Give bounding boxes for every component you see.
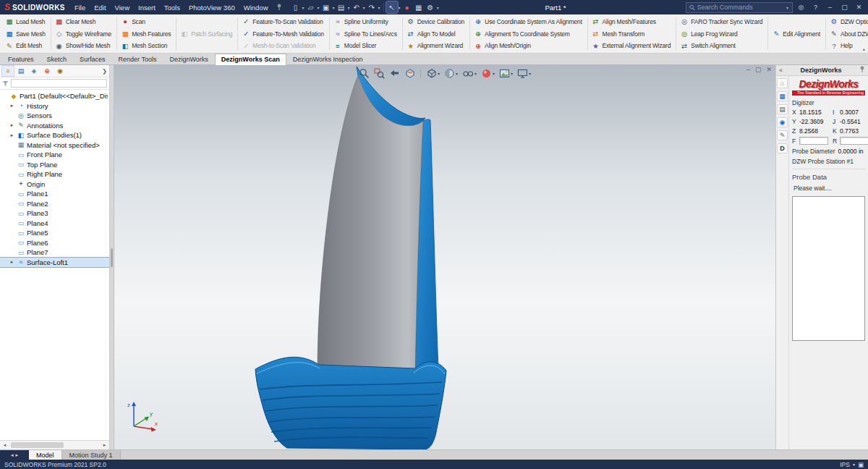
expand-arrow-icon[interactable]: ▸ xyxy=(9,259,15,265)
save-icon[interactable]: ▣ xyxy=(320,1,332,13)
previous-view-icon[interactable] xyxy=(388,67,401,80)
tab-dezignworks-inspection[interactable]: DezignWorks Inspection xyxy=(286,54,370,64)
scroll-left-icon[interactable]: ◂ xyxy=(0,441,9,449)
tree-item-plane6[interactable]: ▭Plane6 xyxy=(0,238,109,248)
ribbon-use-coordinate-system-as-alignment[interactable]: ⊕Use Coordinate System As Alignment xyxy=(472,16,584,28)
edit-appearance-icon[interactable]: ▾ xyxy=(480,67,496,80)
web-icon[interactable]: ◉ xyxy=(777,117,788,127)
undo-icon[interactable]: ↶ xyxy=(351,1,362,13)
menu-edit[interactable]: Edit xyxy=(90,2,110,13)
ribbon-alignment-to-coordinate-system[interactable]: ⊕Alignment To Coordinate System xyxy=(472,28,584,40)
help-icon[interactable]: ? xyxy=(809,1,822,13)
home-icon[interactable]: ⌂ xyxy=(777,78,788,88)
ribbon-scan[interactable]: ●Scan xyxy=(119,16,173,28)
ribbon-dzw-options[interactable]: ⚙DZW Options xyxy=(827,16,868,28)
ribbon-spline-to-lines-arcs[interactable]: ≈Spline To Lines/Arcs xyxy=(331,28,399,40)
menu-pin-icon[interactable] xyxy=(273,4,285,11)
tree-item-top-plane[interactable]: ▭Top Plane xyxy=(0,160,109,170)
tab-surfaces[interactable]: Surfaces xyxy=(73,54,112,64)
ribbon-align-to-model[interactable]: ⇄Align To Model xyxy=(404,28,467,40)
doc-tab-motion-study-1[interactable]: Motion Study 1 xyxy=(62,450,121,460)
tab-dezignworks[interactable]: DezignWorks xyxy=(163,54,214,64)
tab-scroll-right-icon[interactable]: ▸ xyxy=(16,452,19,458)
dimxpertmanager-tab-icon[interactable]: ⊕ xyxy=(41,66,53,76)
tree-item-history[interactable]: ▸◔History xyxy=(0,101,109,111)
dezignworks-icon[interactable]: D xyxy=(777,143,788,153)
dropdown-caret-icon[interactable]: ▾ xyxy=(348,5,350,10)
search-input[interactable] xyxy=(697,4,783,11)
units-caret-icon[interactable]: ▾ xyxy=(853,462,855,467)
ribbon-feature-to-scan-validation[interactable]: ✓Feature-To-Scan Validation xyxy=(239,16,326,28)
zoom-fit-icon[interactable] xyxy=(357,67,371,80)
ribbon-show-hide-mesh[interactable]: ◉Show/Hide Mesh xyxy=(53,40,114,51)
doc-restore-icon[interactable]: ▢ xyxy=(755,66,762,73)
tree-item-material-not-specified[interactable]: ▦Material <not specified> xyxy=(0,140,109,151)
ribbon-save-mesh[interactable]: ▦Save Mesh xyxy=(3,28,48,40)
search-caret-icon[interactable]: ▾ xyxy=(786,5,788,10)
dropdown-caret-icon[interactable]: ▾ xyxy=(302,5,305,10)
propertymanager-tab-icon[interactable]: ▤ xyxy=(15,66,27,76)
ribbon-mesh-section[interactable]: ◧Mesh Section xyxy=(119,40,173,51)
panel-pin-icon[interactable] xyxy=(859,66,865,75)
record-icon[interactable]: ● xyxy=(401,1,413,13)
ribbon-spline-uniformity[interactable]: ≈Spline Uniformity xyxy=(331,16,399,28)
ribbon-collapse-icon[interactable]: ▴ xyxy=(862,46,865,52)
section-view-icon[interactable] xyxy=(403,67,417,80)
tree-item-surface-bodies-1[interactable]: ▸◧Surface Bodies(1) xyxy=(0,130,109,140)
ribbon-leap-frog-wizard[interactable]: ◎Leap Frog Wizard xyxy=(678,28,765,40)
print-icon[interactable]: ▤ xyxy=(336,1,347,13)
tab-features[interactable]: Features xyxy=(1,54,41,64)
doc-minimize-icon[interactable]: – xyxy=(746,66,750,73)
tab-scroll-controls[interactable]: ◂ ▸ xyxy=(0,450,29,460)
expand-arrow-icon[interactable]: ▸ xyxy=(9,132,15,138)
featuremanager-tab-icon[interactable]: ≡ xyxy=(2,66,14,76)
ribbon-mesh-features[interactable]: ▦Mesh Features xyxy=(119,28,173,40)
select-icon[interactable]: ↖ xyxy=(386,1,398,13)
grid-icon[interactable]: ▦ xyxy=(777,91,788,101)
digitizer-field-r[interactable] xyxy=(840,137,868,145)
panel-expand-icon[interactable]: ❯ xyxy=(102,68,107,75)
ribbon-clear-mesh[interactable]: ▦Clear Mesh xyxy=(53,16,114,28)
new-document-icon[interactable]: ▯ xyxy=(290,1,302,13)
dropdown-caret-icon[interactable]: ▾ xyxy=(378,5,380,10)
digitizer-field-f[interactable] xyxy=(799,137,828,145)
probe-data-list[interactable] xyxy=(792,196,865,341)
ribbon-mesh-transform[interactable]: ⇄Mesh Transform xyxy=(590,28,673,40)
tree-item-front-plane[interactable]: ▭Front Plane xyxy=(0,150,109,160)
view-orientation-icon[interactable]: ▾ xyxy=(425,67,441,80)
dropdown-caret-icon[interactable]: ▾ xyxy=(437,5,439,10)
zoom-area-icon[interactable] xyxy=(373,67,386,80)
tab-scroll-left-icon[interactable]: ◂ xyxy=(11,452,14,458)
dropdown-caret-icon[interactable]: ▾ xyxy=(456,71,458,76)
ribbon-switch-alignment[interactable]: ⇄Switch Alignment xyxy=(678,40,765,51)
dropdown-caret-icon[interactable]: ▾ xyxy=(333,5,335,10)
tree-item-annotations[interactable]: ▸✎Annotations xyxy=(0,121,109,131)
tab-render-tools[interactable]: Render Tools xyxy=(112,54,163,64)
tree-item-plane1[interactable]: ▭Plane1 xyxy=(0,189,109,199)
displaymanager-tab-icon[interactable]: ◉ xyxy=(54,66,66,76)
splitter-grip[interactable] xyxy=(111,248,113,267)
view-settings-icon[interactable]: ▾ xyxy=(516,67,532,80)
menu-view[interactable]: View xyxy=(111,2,134,13)
redo-icon[interactable]: ↷ xyxy=(366,1,378,13)
tree-item-surface-loft1[interactable]: ▸≈Surface-Loft1 xyxy=(0,258,109,268)
doc-close-icon[interactable]: ✕ xyxy=(766,66,772,73)
menu-tools[interactable]: Tools xyxy=(160,2,184,13)
ribbon-edit-alignment[interactable]: ✎Edit Alignment xyxy=(770,28,822,40)
scroll-track[interactable] xyxy=(9,441,100,449)
scroll-right-icon[interactable]: ▸ xyxy=(100,441,109,449)
display-style-icon[interactable]: ▾ xyxy=(443,67,459,80)
maximize-icon[interactable]: ▢ xyxy=(838,1,851,13)
minimize-icon[interactable]: – xyxy=(824,1,836,13)
turbine-blade-model[interactable] xyxy=(114,65,775,449)
tree-item-plane7[interactable]: ▭Plane7 xyxy=(0,248,109,258)
ribbon-device-calibration[interactable]: ⚙Device Calibration xyxy=(404,16,467,28)
ribbon-alignment-wizard[interactable]: ★Alignment Wizard xyxy=(404,40,467,51)
panel-collapse-icon[interactable]: « xyxy=(779,67,783,74)
menu-photoview-360[interactable]: PhotoView 360 xyxy=(184,2,239,13)
dropdown-caret-icon[interactable]: ▾ xyxy=(475,71,477,76)
expand-arrow-icon[interactable]: ▸ xyxy=(9,122,15,128)
ribbon-model-slicer[interactable]: ≡Model Slicer xyxy=(331,40,399,51)
tab-sketch[interactable]: Sketch xyxy=(41,54,74,64)
expand-arrow-icon[interactable]: ▸ xyxy=(9,103,15,109)
